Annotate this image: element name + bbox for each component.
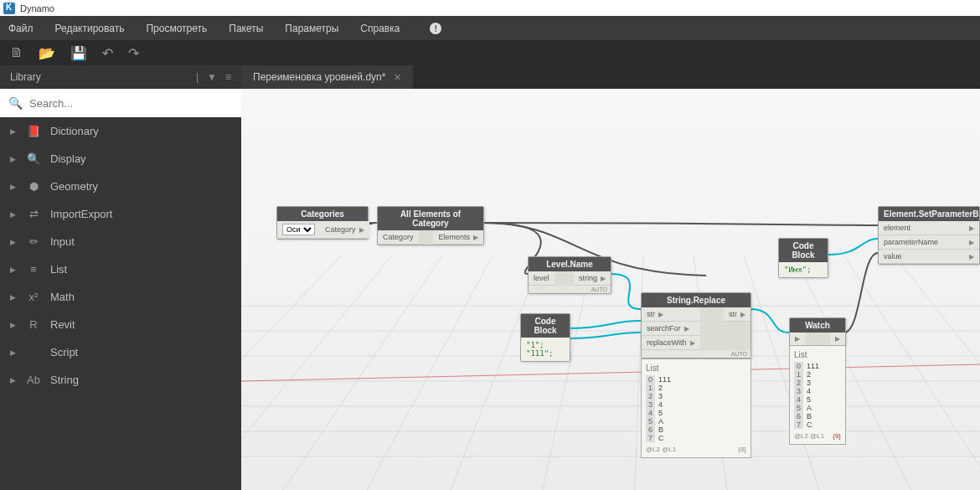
library-item-display[interactable]: ▶🔍Display <box>0 145 241 173</box>
list-row: 12 <box>646 384 746 392</box>
menu-help[interactable]: Справка <box>360 23 400 34</box>
port-input[interactable]: level <box>529 271 554 286</box>
node-foot: AUTO <box>529 286 611 293</box>
list-row: 5A <box>794 404 841 412</box>
port-output[interactable]: string▶ <box>574 271 611 286</box>
list-row: 12 <box>794 370 841 379</box>
port-input[interactable]: value▶ <box>879 250 979 264</box>
info-icon[interactable]: ! <box>430 23 441 34</box>
app-title: Dynamo <box>20 3 54 13</box>
node-code-block-2[interactable]: Code Block "Имя"; <box>778 238 828 278</box>
close-icon[interactable]: ✕ <box>394 72 401 83</box>
list-view-icon[interactable]: ≡ <box>225 71 231 83</box>
app-logo <box>3 3 15 14</box>
port-input[interactable]: element▶ <box>879 221 979 235</box>
chevron-right-icon: ▶ <box>10 183 17 191</box>
library-item-label: Script <box>50 346 78 358</box>
pencil-icon: ✏ <box>27 235 40 248</box>
node-level-name[interactable]: Level.Name level string▶ AUTO <box>528 256 611 294</box>
list-row: 6B <box>794 412 841 420</box>
code-content[interactable]: "1"; "111"; <box>521 338 570 361</box>
titlebar: Dynamo <box>0 0 980 17</box>
library-item-importexport[interactable]: ▶⇄ImportExport <box>0 200 241 228</box>
node-code-block-1[interactable]: Code Block "1"; "111"; <box>520 313 570 362</box>
library-sidebar: Library | ▼ ≡ 🔍 ▶📕Dictionary▶🔍Display▶⬢G… <box>0 65 241 490</box>
library-item-revit[interactable]: ▶RRevit <box>0 311 241 338</box>
search-icon: 🔍 <box>27 152 40 165</box>
menu-parameters[interactable]: Параметры <box>285 23 338 34</box>
library-item-label: Dictionary <box>50 125 99 137</box>
library-title: Library <box>10 71 41 83</box>
menu-edit[interactable]: Редактировать <box>55 23 125 34</box>
port-input[interactable]: searchFor▶ <box>642 322 700 336</box>
node-set-parameter[interactable]: Element.SetParameterB element▶ parameter… <box>878 206 980 265</box>
node-title: Code Block <box>779 239 828 262</box>
node-watch[interactable]: Watch ▶ ▶ <box>789 317 846 347</box>
chevron-right-icon: ▶ <box>10 127 17 136</box>
library-item-script[interactable]: ▶Script <box>0 338 241 366</box>
tab-title: Переименовка уровней.dyn* <box>253 71 385 83</box>
list-head: List <box>794 350 841 359</box>
node-title: Code Block <box>521 314 570 338</box>
save-file-icon[interactable]: 💾 <box>70 45 87 61</box>
list-row: 7C <box>794 420 841 429</box>
undo-icon[interactable]: ↶ <box>102 45 113 61</box>
list-row: 23 <box>794 379 841 387</box>
node-title: All Elements of Category <box>378 207 483 230</box>
categories-dropdown[interactable]: Оси <box>282 224 315 235</box>
text-icon: Ab <box>27 374 40 386</box>
library-item-geometry[interactable]: ▶⬢Geometry <box>0 173 241 200</box>
redo-icon[interactable]: ↷ <box>128 45 139 61</box>
node-title: Element.SetParameterB <box>879 207 979 221</box>
library-item-label: List <box>50 263 67 276</box>
library-item-label: ImportExport <box>50 208 112 220</box>
list-row: 34 <box>794 387 841 395</box>
cube-icon: ⬢ <box>27 180 40 193</box>
node-categories[interactable]: Categories Оси Category▶ <box>276 206 369 240</box>
port-output[interactable]: ▶ <box>830 333 845 346</box>
tab-document[interactable]: Переименовка уровней.dyn* ✕ <box>241 65 413 89</box>
node-title: String.Replace <box>642 293 750 307</box>
port-output[interactable]: Elements▶ <box>433 230 483 245</box>
canvas[interactable]: Categories Оси Category▶ All Elements of… <box>241 89 980 490</box>
library-item-string[interactable]: ▶AbString <box>0 366 241 394</box>
library-item-list[interactable]: ▶≡List <box>0 255 241 283</box>
port-input[interactable]: Category <box>378 230 419 245</box>
sort-icon[interactable]: ▼ <box>207 71 217 83</box>
node-all-elements[interactable]: All Elements of Category Category Elemen… <box>377 206 484 245</box>
list-row: 6B <box>646 426 746 434</box>
revit-icon: R <box>27 318 40 331</box>
library-item-math[interactable]: ▶x²Math <box>0 283 241 311</box>
library-header-icons: | ▼ ≡ <box>196 71 231 83</box>
open-file-icon[interactable]: 📂 <box>39 45 55 61</box>
port-output[interactable]: str▶ <box>724 307 750 322</box>
canvas-area: Переименовка уровней.dyn* ✕ <box>241 65 980 490</box>
svg-line-19 <box>241 364 980 381</box>
menu-file[interactable]: Файл <box>8 23 34 34</box>
math-icon: x² <box>27 291 40 303</box>
arrows-icon: ⇄ <box>27 208 40 220</box>
list-row: 23 <box>646 392 746 400</box>
port-input[interactable]: parameterName▶ <box>879 235 979 250</box>
port-output[interactable]: Category▶ <box>320 221 369 239</box>
new-file-icon[interactable]: 🗎 <box>10 45 23 60</box>
chevron-right-icon: ▶ <box>10 321 17 329</box>
port-input[interactable]: str▶ <box>642 307 700 322</box>
library-item-label: String <box>50 374 79 386</box>
list-row: 7C <box>646 434 746 442</box>
chevron-right-icon: ▶ <box>10 210 17 219</box>
code-content[interactable]: "Имя"; <box>779 262 828 277</box>
library-item-input[interactable]: ▶✏Input <box>0 228 241 255</box>
list-row: 34 <box>646 400 746 409</box>
chevron-right-icon: ▶ <box>10 155 17 163</box>
search-input[interactable] <box>29 97 233 110</box>
menu-view[interactable]: Просмотреть <box>146 23 207 34</box>
node-string-replace[interactable]: String.Replace str▶ searchFor▶ replaceWi… <box>641 292 751 358</box>
library-item-dictionary[interactable]: ▶📕Dictionary <box>0 117 241 145</box>
port-input[interactable]: replaceWith▶ <box>642 336 700 350</box>
chevron-right-icon: ▶ <box>10 348 17 357</box>
filter-icon[interactable]: | <box>196 71 199 83</box>
menu-packages[interactable]: Пакеты <box>229 23 263 34</box>
port-input[interactable]: ▶ <box>790 333 805 346</box>
tabbar: Переименовка уровней.dyn* ✕ <box>241 65 980 89</box>
